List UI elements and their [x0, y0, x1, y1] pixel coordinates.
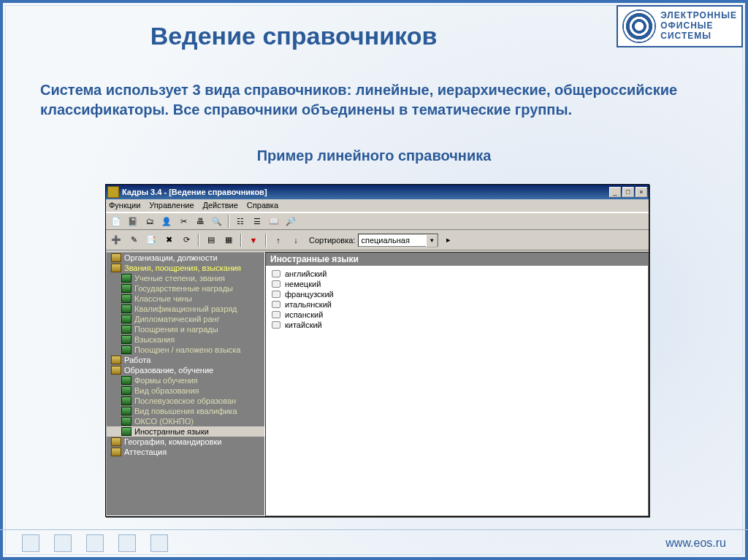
- slide-subtitle: Пример линейного справочника: [0, 147, 748, 164]
- list-body: английскийнемецкийфранцузскийитальянский…: [266, 266, 648, 515]
- tree-item[interactable]: Иностранные языки: [107, 426, 264, 437]
- item-icon: [272, 270, 280, 277]
- tree-item[interactable]: Поощрения и награды: [107, 324, 264, 334]
- tool-card-icon[interactable]: 🗂: [142, 214, 157, 229]
- folder-icon: [111, 253, 121, 262]
- list-item[interactable]: испанский: [269, 310, 645, 320]
- tree-item-label: Государственные награды: [134, 284, 233, 293]
- book-icon: [121, 427, 131, 436]
- maximize-button[interactable]: □: [622, 187, 634, 197]
- tool-up-icon[interactable]: ↑: [271, 233, 286, 248]
- tree-item[interactable]: Взыскания: [107, 334, 264, 345]
- folder-icon: [111, 356, 121, 364]
- tree-item[interactable]: Организации, должности: [107, 253, 264, 263]
- tool-person-icon[interactable]: 👤: [159, 214, 174, 229]
- tree-item[interactable]: Вид повышения квалифика: [107, 406, 264, 416]
- tool-filter-icon[interactable]: ▼: [246, 233, 261, 248]
- item-icon: [272, 301, 280, 308]
- tree-item[interactable]: Звания, поощрения, взыскания: [107, 263, 264, 273]
- tree-item-label: Формы обучения: [134, 376, 198, 385]
- list-item[interactable]: немецкий: [269, 279, 645, 289]
- item-icon: [272, 280, 280, 288]
- list-item-label: немецкий: [285, 280, 321, 288]
- toolbar-secondary: ➕ ✎ 📑 ✖ ⟳ ▤ ▦ ▼ ↑ ↓ Сортировка: специаль…: [106, 230, 649, 250]
- tree-item[interactable]: Ученые степени, звания: [107, 273, 264, 283]
- footer-url: www.eos.ru: [665, 537, 726, 550]
- tree-item[interactable]: Поощрен / наложено взыска: [107, 345, 264, 355]
- toolbar-separator4: [265, 234, 267, 247]
- book-icon: [121, 345, 131, 354]
- tool-add-icon[interactable]: ➕: [109, 233, 123, 248]
- tool-notebook-icon[interactable]: 📓: [126, 214, 140, 229]
- tool-properties-icon[interactable]: ☷: [233, 214, 248, 229]
- tree-item[interactable]: Послевузовское образован: [107, 396, 264, 406]
- tree-item[interactable]: ОКСО (ОКНПО): [107, 416, 264, 426]
- tree-item-label: ОКСО (ОКНПО): [134, 417, 194, 426]
- tree-item[interactable]: Образование, обучение: [107, 365, 264, 375]
- tree-item-label: Поощрения и награды: [134, 325, 218, 334]
- menu-action[interactable]: Действие: [203, 201, 238, 212]
- tree-item[interactable]: Формы обучения: [107, 375, 264, 386]
- tool-apply-sort-icon[interactable]: ▸: [441, 233, 456, 248]
- list-item-label: испанский: [285, 310, 323, 319]
- tool-print-icon[interactable]: 🖶: [193, 214, 207, 229]
- tool-tree-icon[interactable]: ☰: [250, 214, 264, 229]
- app-icon: [107, 186, 119, 198]
- menubar: Функции Управление Действие Справка: [106, 199, 649, 212]
- menu-functions[interactable]: Функции: [109, 201, 140, 212]
- titlebar[interactable]: Кадры 3.4 - [Ведение справочников] _ □ ×: [106, 185, 649, 199]
- menu-management[interactable]: Управление: [149, 201, 194, 212]
- brand-mark-icon: [622, 9, 656, 43]
- tree-item-label: Звания, поощрения, взыскания: [124, 264, 241, 272]
- nav-tree[interactable]: Организации, должностиЗвания, поощрения,…: [106, 252, 265, 516]
- list-item[interactable]: английский: [269, 269, 645, 279]
- footer-icon-4: [118, 534, 136, 552]
- book-icon: [121, 407, 131, 415]
- tree-item-label: Классные чины: [134, 294, 192, 303]
- tree-item[interactable]: Государственные награды: [107, 283, 264, 294]
- tree-item-label: Дипломатический ранг: [134, 315, 220, 323]
- folder-icon: [111, 448, 121, 456]
- list-item[interactable]: китайский: [269, 320, 645, 330]
- footer-icon-3: [86, 534, 104, 552]
- book-icon: [121, 274, 131, 283]
- tree-item[interactable]: Аттестация: [107, 447, 264, 457]
- book-icon: [121, 376, 131, 385]
- tool-edit-icon[interactable]: ✎: [126, 233, 141, 248]
- book-icon: [121, 284, 131, 293]
- book-icon: [121, 386, 131, 395]
- list-item-label: итальянский: [285, 300, 332, 309]
- menu-help[interactable]: Справка: [247, 201, 278, 212]
- tree-item[interactable]: Дипломатический ранг: [107, 314, 264, 324]
- tool-list-icon[interactable]: ▤: [204, 233, 218, 248]
- close-button[interactable]: ×: [636, 187, 647, 197]
- tool-delete-icon[interactable]: ✖: [161, 233, 176, 248]
- tool-cut-icon[interactable]: ✂: [176, 214, 191, 229]
- tool-book-icon[interactable]: 📖: [267, 214, 281, 229]
- folder-icon: [111, 437, 121, 446]
- tool-refresh-icon[interactable]: ⟳: [179, 233, 194, 248]
- app-window: Кадры 3.4 - [Ведение справочников] _ □ ×…: [105, 184, 649, 517]
- tree-item[interactable]: Классные чины: [107, 294, 264, 304]
- list-item-label: французский: [285, 290, 334, 299]
- tool-new-icon[interactable]: 📄: [109, 214, 123, 229]
- tool-down-icon[interactable]: ↓: [289, 233, 303, 248]
- list-item[interactable]: французский: [269, 289, 645, 299]
- tree-item[interactable]: Работа: [107, 355, 264, 365]
- item-icon: [272, 321, 280, 329]
- tree-item[interactable]: Квалификационный разряд: [107, 304, 264, 314]
- toolbar-main: 📄 📓 🗂 👤 ✂ 🖶 🔍 ☷ ☰ 📖 🔎: [106, 212, 649, 230]
- sort-combo[interactable]: специальная: [358, 234, 438, 247]
- sort-label: Сортировка:: [309, 236, 355, 245]
- tool-grid-icon[interactable]: ▦: [221, 233, 236, 248]
- list-item[interactable]: итальянский: [269, 299, 645, 310]
- tree-item[interactable]: География, командировки: [107, 437, 264, 447]
- tool-copy-icon[interactable]: 📑: [144, 233, 159, 248]
- tool-zoom-icon[interactable]: 🔎: [283, 214, 298, 229]
- tree-item[interactable]: Вид образования: [107, 386, 264, 396]
- brand-logo: ЭЛЕКТРОННЫЕ ОФИСНЫЕ СИСТЕМЫ: [617, 5, 743, 47]
- tool-search-icon[interactable]: 🔍: [210, 214, 224, 229]
- brand-line1: ЭЛЕКТРОННЫЕ: [660, 11, 737, 21]
- minimize-button[interactable]: _: [609, 187, 621, 197]
- toolbar-separator2: [198, 234, 199, 247]
